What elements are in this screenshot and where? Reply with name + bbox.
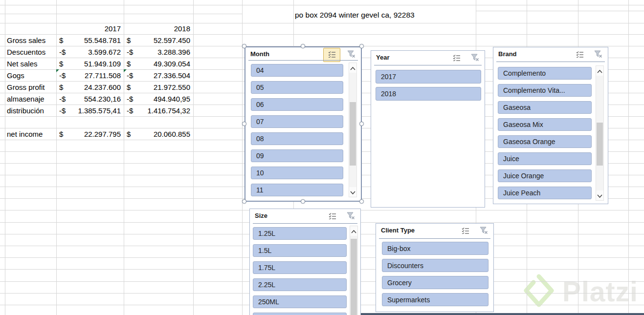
month-scrollbar[interactable] <box>349 63 357 197</box>
table-cell[interactable]: $49.309.054 <box>124 58 193 69</box>
slicer-size-item[interactable]: 1.5L <box>253 244 347 257</box>
scroll-up-icon[interactable] <box>349 63 356 73</box>
slicer-client-type-item[interactable]: Big-box <box>382 242 489 255</box>
slicer-size-item[interactable]: 1.75L <box>253 261 347 274</box>
table-cell[interactable]: $24.237.600 <box>56 81 124 93</box>
table-cell[interactable]: $20.060.855 <box>124 128 193 140</box>
slicer-size[interactable]: Size 1.25L1.5L1.75L2.25L250ML <box>249 209 361 315</box>
slicer-year-item[interactable]: 2018 <box>376 87 481 101</box>
table-col-header[interactable]: 2017 <box>56 22 124 34</box>
clear-filter-icon[interactable] <box>344 211 357 223</box>
table-cell[interactable]: $52.597.450 <box>124 34 193 46</box>
slicer-header-divider <box>496 62 605 62</box>
currency-symbol: $ <box>127 36 131 44</box>
table-cell[interactable]: -$3.288.396 <box>124 46 193 58</box>
slicer-size-item[interactable]: 250ML <box>253 295 347 308</box>
slicer-month-item[interactable]: 07 <box>251 115 343 128</box>
multi-select-icon[interactable] <box>325 211 340 223</box>
slicer-month-item[interactable]: 10 <box>251 167 343 179</box>
slicer-brand-item[interactable]: Complemento <box>498 67 592 80</box>
slicer-brand-item[interactable]: Gaseosa <box>498 101 592 114</box>
table-cell[interactable]: -$1.385.575,41 <box>56 105 124 116</box>
slicer-month[interactable]: Month 0405060708091011 <box>244 46 362 202</box>
clear-filter-icon[interactable] <box>468 53 482 64</box>
table-row-label[interactable]: Descuentos <box>5 46 56 58</box>
selection-handle[interactable] <box>359 199 364 204</box>
table-col-header[interactable]: 2018 <box>124 22 193 34</box>
slicer-brand-title: Brand <box>498 50 517 58</box>
selection-handle[interactable] <box>301 199 305 204</box>
scrollbar-thumb[interactable] <box>351 239 357 315</box>
slicer-client-type-item[interactable]: Supermarkets <box>382 293 489 306</box>
slicer-client-type-item[interactable]: Discounters <box>382 259 489 272</box>
table-row-label[interactable]: Gross profit <box>5 81 56 93</box>
size-scrollbar[interactable] <box>350 226 358 315</box>
table-cell[interactable]: $21.972.550 <box>124 81 193 93</box>
slicer-brand-item[interactable]: Gaseosa Orange <box>498 135 592 148</box>
table-cell[interactable]: -$27.711.508 <box>56 69 124 81</box>
slicer-brand-item[interactable]: Juice Orange <box>498 169 592 182</box>
table-cell[interactable]: $51.949.109 <box>56 58 124 69</box>
clear-filter-icon[interactable] <box>344 49 358 61</box>
table-cell[interactable] <box>56 116 124 128</box>
multi-select-icon[interactable] <box>458 226 473 237</box>
cell-value: 27.336.504 <box>154 71 190 80</box>
slicer-size-item-partial[interactable] <box>253 313 347 315</box>
slicer-brand-item[interactable]: Juice <box>498 152 592 165</box>
cell-value: 494.940,95 <box>154 95 190 103</box>
slicer-month-item[interactable]: 06 <box>251 98 343 111</box>
table-row-label[interactable]: almasenaje <box>5 93 56 105</box>
table-cell[interactable]: -$554.230,16 <box>56 93 124 105</box>
brand-scrollbar[interactable] <box>596 65 604 201</box>
scroll-down-icon[interactable] <box>596 190 603 200</box>
slicer-month-item[interactable]: 05 <box>251 81 343 94</box>
slicer-client-type[interactable]: Client Type Big-boxDiscountersGrocerySup… <box>376 223 494 312</box>
slicer-brand[interactable]: Brand ComplementoComplemento Vita...Gase… <box>493 47 608 204</box>
slicer-year[interactable]: Year 20172018 <box>371 50 485 208</box>
slicer-brand-item[interactable]: Gaseosa Mix <box>498 118 592 131</box>
slicer-month-item[interactable]: 08 <box>251 132 343 145</box>
scrollbar-thumb[interactable] <box>597 123 603 166</box>
selection-handle[interactable] <box>242 44 246 48</box>
table-row-label[interactable]: distribución <box>5 105 56 116</box>
table-cell[interactable]: -$494.940,95 <box>124 93 193 105</box>
selection-handle[interactable] <box>359 122 364 126</box>
table-row-label[interactable]: Gogs <box>5 69 56 81</box>
table-corner-cell[interactable] <box>5 22 56 34</box>
slicer-year-item[interactable]: 2017 <box>376 70 481 84</box>
slicer-brand-item[interactable]: Complemento Vita... <box>498 84 592 97</box>
slicer-month-item[interactable]: 04 <box>251 64 343 77</box>
table-row-label[interactable]: Gross sales <box>5 34 56 46</box>
table-row-label[interactable]: net income <box>5 128 56 140</box>
multi-select-icon[interactable] <box>573 49 587 61</box>
clear-filter-icon[interactable] <box>477 226 490 237</box>
slicer-size-item[interactable]: 1.25L <box>253 227 347 240</box>
slicer-month-item[interactable]: 11 <box>251 184 343 196</box>
table-cell[interactable]: $55.548.781 <box>56 34 124 46</box>
selection-handle[interactable] <box>301 44 305 48</box>
table-row-label[interactable] <box>5 116 56 128</box>
table-cell[interactable]: $22.297.795 <box>56 128 124 140</box>
currency-symbol: -$ <box>127 48 133 56</box>
scroll-up-icon[interactable] <box>596 66 603 76</box>
table-cell[interactable]: -$1.416.754,32 <box>124 105 193 116</box>
table-cell[interactable]: -$3.599.672 <box>56 46 124 58</box>
selection-handle[interactable] <box>359 44 364 48</box>
scroll-up-icon[interactable] <box>350 226 357 236</box>
slicer-size-item[interactable]: 2.25L <box>253 278 347 291</box>
slicer-month-item[interactable]: 09 <box>251 149 343 162</box>
slicer-brand-item[interactable]: Juice Peach <box>498 187 592 199</box>
multi-select-icon[interactable] <box>449 53 464 64</box>
table-cell[interactable] <box>124 116 193 128</box>
slicer-client-type-item[interactable]: Grocery <box>382 276 489 289</box>
cell-value: 554.230,16 <box>84 95 121 103</box>
table-row-label[interactable]: Net sales <box>5 58 56 69</box>
selection-handle[interactable] <box>242 122 246 126</box>
scroll-down-icon[interactable] <box>349 187 356 197</box>
selection-handle[interactable] <box>242 199 246 204</box>
cell-note-text[interactable]: po box 2094 winter gevel ca, 92283 <box>295 11 415 20</box>
clear-filter-icon[interactable] <box>591 49 605 61</box>
cell-value: 51.949.109 <box>84 60 121 68</box>
scrollbar-thumb[interactable] <box>350 102 356 166</box>
table-cell[interactable]: -$27.336.504 <box>124 69 193 81</box>
